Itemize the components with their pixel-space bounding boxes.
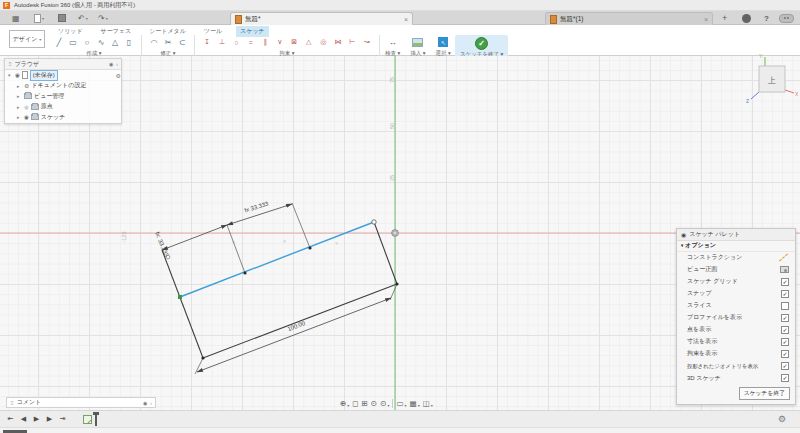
expand-icon[interactable]: ▸ — [17, 93, 22, 99]
redo-icon[interactable]: ↷▾ — [98, 11, 108, 25]
look-at-sketch-icon[interactable] — [780, 266, 789, 273]
slot-tool-icon[interactable]: ▯ — [122, 38, 136, 47]
dimension-value-bottom[interactable]: 100.00 — [287, 320, 307, 332]
rectangle-tool-icon[interactable]: ▭ — [66, 38, 80, 47]
go-to-end-button[interactable]: ⇥ — [56, 415, 69, 423]
user-avatar[interactable] — [742, 11, 751, 25]
close-tab-icon[interactable]: × — [704, 16, 708, 23]
fillet-tool-icon[interactable]: ◠ — [147, 38, 161, 47]
step-back-button[interactable]: ◀ — [17, 415, 30, 423]
insert-image-icon[interactable] — [412, 38, 423, 47]
timeline-marker[interactable] — [95, 413, 97, 426]
spline-tool-icon[interactable]: ∿ — [94, 38, 108, 47]
concentric-constraint-icon[interactable]: ◎ — [316, 38, 331, 46]
palette-row-show-dimensions[interactable]: 寸法を表示 ✓ — [677, 336, 795, 348]
comments-panel[interactable]: ⠿ コメント ◉ › — [6, 397, 156, 408]
checkbox[interactable]: ✓ — [781, 362, 789, 370]
offset-tool-icon[interactable]: ⊂ — [175, 38, 189, 47]
dimension-line-bottom[interactable] — [197, 298, 391, 372]
measure-tool-icon[interactable]: ↔ — [386, 38, 400, 47]
tangent-constraint-icon[interactable]: ○ — [229, 39, 244, 46]
checkbox[interactable]: ✓ — [781, 314, 789, 322]
pan-icon[interactable]: ⊞ — [362, 399, 368, 408]
go-to-start-button[interactable]: ⇤ — [4, 415, 17, 423]
select-tool-icon[interactable]: ↖ — [438, 37, 448, 47]
root-document-label[interactable]: (未保存) — [30, 70, 58, 81]
visibility-eye-icon[interactable]: ◉ — [24, 114, 29, 120]
help-icon[interactable]: ? — [764, 11, 769, 25]
document-tab-1[interactable]: 無題* × — [230, 12, 413, 25]
viewports-icon[interactable]: ◫▾ — [423, 399, 433, 408]
collapse-icon[interactable]: › — [116, 61, 118, 67]
parallel-constraint-icon[interactable]: ∥ — [258, 38, 273, 46]
checkbox[interactable] — [781, 302, 789, 310]
palette-row-snap[interactable]: スナップ ✓ — [677, 288, 795, 300]
finish-sketch-palette-button[interactable]: スケッチを終了 — [739, 387, 790, 400]
sketch-point[interactable] — [243, 271, 246, 274]
horizontal-scrollbar[interactable] — [3, 430, 27, 433]
dimension-line-left[interactable] — [162, 225, 227, 250]
sketch-point[interactable] — [308, 246, 311, 249]
palette-row-show-constraints[interactable]: 拘束を表示 ✓ — [677, 348, 795, 360]
dimension-grip-point[interactable] — [166, 255, 170, 259]
checkbox[interactable]: ✓ — [781, 278, 789, 286]
options-section-header[interactable]: ▾ オプション — [677, 241, 795, 252]
expand-icon[interactable]: ▾ — [8, 72, 13, 78]
job-status-icon[interactable] — [779, 11, 794, 25]
palette-row-slice[interactable]: スライス — [677, 300, 795, 312]
filter-icon[interactable]: ◉ — [109, 61, 113, 67]
visibility-eye-icon-off[interactable]: ◉ — [24, 104, 29, 110]
visibility-eye-icon[interactable]: ◉ — [15, 72, 20, 78]
polygon-tool-icon[interactable]: △ — [108, 38, 122, 47]
line-tool-icon[interactable]: ╱ — [52, 38, 66, 47]
expand-icon[interactable]: ▸ — [17, 83, 22, 89]
zoom-icon[interactable]: ⊙ — [371, 399, 377, 408]
sketch-line-left[interactable] — [162, 250, 203, 358]
lock-constraint-icon[interactable]: ⊠ — [287, 38, 302, 46]
browser-item-sketches[interactable]: ▸ ◉ スケッチ — [5, 112, 121, 123]
trim-tool-icon[interactable]: ✂ — [161, 38, 175, 47]
palette-row-3d-sketch[interactable]: 3D スケッチ ✓ — [677, 372, 795, 384]
step-forward-button[interactable]: ▶ — [43, 415, 56, 423]
document-tab-2[interactable]: 無題*(1) × — [545, 12, 713, 25]
close-tab-icon[interactable]: × — [404, 16, 408, 23]
expand-icon[interactable]: › — [150, 400, 152, 406]
undo-icon[interactable]: ↶▾ — [78, 11, 88, 25]
file-menu-icon[interactable]: ▾ — [34, 11, 44, 25]
palette-row-show-profile[interactable]: プロファイルを表示 ✓ — [677, 312, 795, 324]
fixed-sketch-point[interactable] — [178, 295, 182, 299]
checkbox[interactable]: ✓ — [781, 350, 789, 358]
browser-item-document-settings[interactable]: ▸ ⚙ ドキュメントの設定 — [5, 81, 121, 92]
palette-row-construction[interactable]: コンストラクション — [677, 252, 795, 264]
collinear-constraint-icon[interactable]: ∨ — [273, 38, 288, 46]
fit-icon[interactable]: ⊙▾ — [380, 399, 389, 408]
perpendicular-constraint-icon[interactable]: ⊥ — [215, 38, 230, 46]
construction-line-icon[interactable] — [779, 254, 788, 262]
midpoint-constraint-icon[interactable]: ⊢ — [345, 38, 360, 46]
open-sketch-point[interactable] — [372, 220, 376, 224]
checkbox[interactable]: ✓ — [781, 374, 789, 382]
look-at-icon[interactable]: ◻ — [352, 399, 358, 408]
dimension-value-left[interactable]: fx: 33.333 — [154, 231, 170, 258]
orbit-icon[interactable]: ⊕▾ — [340, 399, 349, 408]
new-tab-button[interactable]: + — [722, 11, 727, 25]
circle-tool-icon[interactable]: ○ — [80, 38, 94, 47]
expand-icon[interactable]: ▸ — [17, 114, 22, 120]
display-settings-icon[interactable]: ▭▾ — [396, 399, 406, 408]
app-launcher-icon[interactable]: ▦ — [12, 11, 20, 25]
checkbox[interactable]: ✓ — [781, 338, 789, 346]
palette-row-look-at[interactable]: ビュー正面 — [677, 264, 795, 276]
palette-row-show-projected[interactable]: 投影されたジオメトリを表示 ✓ — [677, 360, 795, 372]
workspace-menu-button[interactable]: デザイン▾ — [9, 30, 45, 48]
fix-constraint-icon[interactable]: ↧ — [200, 38, 215, 46]
browser-item-view-management[interactable]: ▸ ビュー管理 — [5, 91, 121, 102]
grid-settings-icon[interactable]: ▦▾ — [410, 399, 420, 408]
palette-header[interactable]: ◉ スケッチ パレット — [677, 229, 795, 241]
palette-row-show-points[interactable]: 点を表示 ✓ — [677, 324, 795, 336]
play-button[interactable]: ▶ — [30, 415, 43, 423]
browser-item-origin[interactable]: ▸ ◉ 原点 — [5, 102, 121, 113]
palette-row-sketch-grid[interactable]: スケッチ グリッド ✓ — [677, 276, 795, 288]
save-icon[interactable] — [58, 11, 66, 25]
sketch-point[interactable] — [201, 356, 204, 359]
browser-root-row[interactable]: ▾ ◉ (未保存) ⚙ — [5, 70, 121, 81]
